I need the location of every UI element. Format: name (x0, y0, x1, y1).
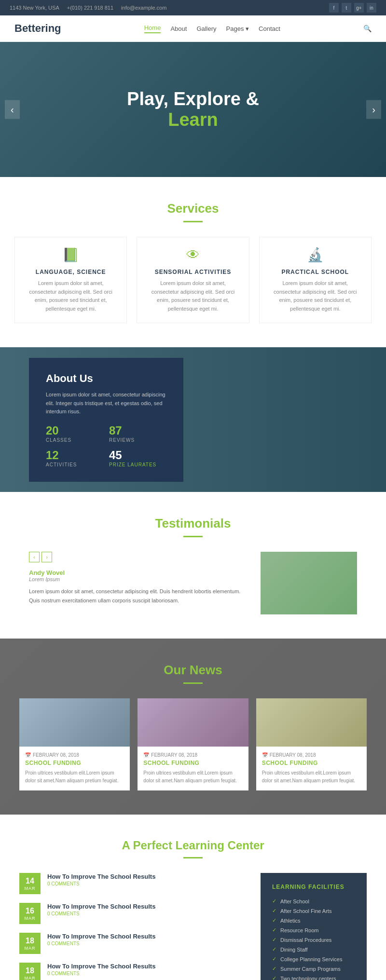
event-day-2: 18 (26, 936, 34, 945)
event-title-0: How To Improve The School Results (47, 873, 155, 880)
facility-label-2: Athletics (280, 918, 301, 924)
news-section: Our News 📅 FEBRUARY 08, 2018 SCHOOL FUND… (0, 639, 386, 815)
service-text-2: Lorem ipsum dolor sit amet, consectetur … (269, 279, 361, 313)
stat-num-2: 12 (46, 449, 103, 462)
event-day-3: 18 (26, 966, 34, 975)
calendar-icon-1: 📅 (143, 752, 149, 758)
top-bar: 1143 New York, USA +(010) 221 918 811 in… (0, 0, 386, 15)
services-title-rest: ervices (176, 201, 219, 216)
event-date-2: 18 MAR (19, 933, 41, 954)
facility-label-3: Resource Room (280, 927, 318, 933)
testimonials-section: Testimonials ‹ › Andy Wovel Lorem Ipsum … (0, 492, 386, 639)
news-divider (183, 682, 203, 684)
social-icons: f t g+ in (329, 3, 376, 13)
event-date-0: 14 MAR (19, 873, 41, 894)
hero-line2: Learn (127, 109, 259, 130)
facility-label-4: Dismissal Procedures (280, 937, 331, 943)
news-title-s: s (215, 663, 222, 677)
check-icon-5: ✓ (272, 946, 276, 953)
learning-section: A Perfect Learning Center 14 MAR How To … (0, 815, 386, 980)
news-date-2: 📅 FEBRUARY 08, 2018 (262, 752, 361, 758)
nav-contact[interactable]: Contact (259, 25, 280, 32)
twitter-icon[interactable]: t (342, 3, 351, 13)
stat-activities: 12 ACTIVITIES (46, 449, 103, 467)
nav-gallery[interactable]: Gallery (196, 25, 216, 32)
testimonials-inner: ‹ › Andy Wovel Lorem Ipsum Lorem ipsum d… (29, 552, 357, 614)
services-grid: 📗 LANGUAGE, SCIENCE Lorem ipsum dolor si… (14, 237, 372, 323)
news-image-1 (138, 698, 248, 747)
event-item-0: 14 MAR How To Improve The School Results… (19, 873, 246, 894)
event-date-3: 18 MAR (19, 963, 41, 980)
phone: +(010) 221 918 811 (67, 5, 113, 11)
testimonial-image (261, 552, 357, 614)
linkedin-icon[interactable]: in (367, 3, 376, 13)
news-card-1: 📅 FEBRUARY 08, 2018 SCHOOL FUNDING Proin… (138, 698, 248, 790)
services-divider (183, 221, 203, 222)
news-date-1: 📅 FEBRUARY 08, 2018 (143, 752, 242, 758)
event-date-1: 16 MAR (19, 903, 41, 924)
facebook-icon[interactable]: f (329, 3, 339, 13)
stat-classes: 20 CLASSES (46, 424, 103, 443)
facility-1: ✓ After School Fine Arts (272, 908, 355, 914)
nav-links: Home About Gallery Pages ▾ Contact (144, 24, 280, 33)
service-text-1: Lorem ipsum dolor sit amet, consectetur … (147, 279, 239, 313)
check-icon-0: ✓ (272, 898, 276, 904)
event-comments-3: 0 COMMENTS (47, 971, 155, 976)
stat-num-0: 20 (46, 424, 103, 437)
about-box: About Us Lorem ipsum dolor sit amet, con… (29, 358, 183, 482)
check-icon-4: ✓ (272, 937, 276, 943)
event-info-1: How To Improve The School Results 0 COMM… (47, 903, 155, 916)
hero-line1: Play, Explore & (127, 89, 259, 109)
testimonial-prev[interactable]: ‹ (29, 552, 40, 562)
nav-about[interactable]: About (170, 25, 187, 32)
event-month-1: MAR (25, 916, 36, 921)
testimonial-role: Lorem Ipsum (29, 576, 246, 582)
learning-title: A Perfect Learning Center (19, 839, 367, 852)
check-icon-7: ✓ (272, 966, 276, 972)
event-title-1: How To Improve The School Results (47, 903, 155, 910)
event-title-2: How To Improve The School Results (47, 933, 155, 940)
stat-prizes: 45 PRIZE LAURATES (109, 449, 166, 467)
services-title-s: S (167, 201, 176, 216)
testimonial-next[interactable]: › (41, 552, 52, 562)
service-title-2: PRACTICAL SCHOOL (269, 269, 361, 275)
check-icon-3: ✓ (272, 927, 276, 933)
learning-divider (183, 857, 203, 858)
news-date-0: 📅 FEBRUARY 08, 2018 (25, 752, 124, 758)
about-stats: 20 CLASSES 87 REVIEWS 12 ACTIVITIES 45 P… (46, 424, 166, 467)
news-card-0: 📅 FEBRUARY 08, 2018 SCHOOL FUNDING Proin… (19, 698, 130, 790)
t-title-t: T (155, 516, 162, 531)
facility-label-8: Two technology centers (280, 976, 336, 980)
hero-prev-arrow[interactable]: ‹ (5, 100, 20, 119)
facility-3: ✓ Resource Room (272, 927, 355, 933)
nav-home[interactable]: Home (144, 24, 161, 33)
testimonial-text-block: ‹ › Andy Wovel Lorem Ipsum Lorem ipsum d… (29, 552, 246, 605)
event-comments-0: 0 COMMENTS (47, 881, 155, 886)
stat-num-3: 45 (109, 449, 166, 462)
language-science-icon: 📗 (25, 247, 117, 263)
facility-6: ✓ College Planning Services (272, 956, 355, 962)
news-title-2: SCHOOL FUNDING (262, 760, 361, 766)
service-card-1: 👁 SENSORIAL ACTIVITIES Lorem ipsum dolor… (137, 237, 249, 323)
search-icon[interactable]: 🔍 (363, 25, 372, 32)
t-title-rest: estimonials (162, 516, 231, 531)
event-month-2: MAR (25, 946, 36, 951)
news-title-w: w (206, 663, 215, 677)
facility-label-0: After School (280, 898, 309, 904)
practical-school-icon: 🔬 (269, 247, 361, 263)
service-text-0: Lorem ipsum dolor sit amet, consectetur … (25, 279, 117, 313)
calendar-icon-2: 📅 (262, 752, 268, 758)
event-comments-1: 0 COMMENTS (47, 911, 155, 916)
news-body-2: 📅 FEBRUARY 08, 2018 SCHOOL FUNDING Proin… (256, 747, 367, 790)
facility-5: ✓ Dining Staff (272, 946, 355, 953)
services-title: Services (14, 201, 372, 216)
news-image-0 (19, 698, 130, 747)
testimonial-nav: ‹ › (29, 552, 246, 562)
facility-8: ✓ Two technology centers (272, 975, 355, 980)
googleplus-icon[interactable]: g+ (354, 3, 364, 13)
stat-label-3: PRIZE LAURATES (109, 462, 166, 467)
event-month-0: MAR (25, 886, 36, 891)
stat-label-2: ACTIVITIES (46, 462, 103, 467)
hero-next-arrow[interactable]: › (366, 100, 381, 119)
nav-pages[interactable]: Pages ▾ (226, 25, 249, 32)
